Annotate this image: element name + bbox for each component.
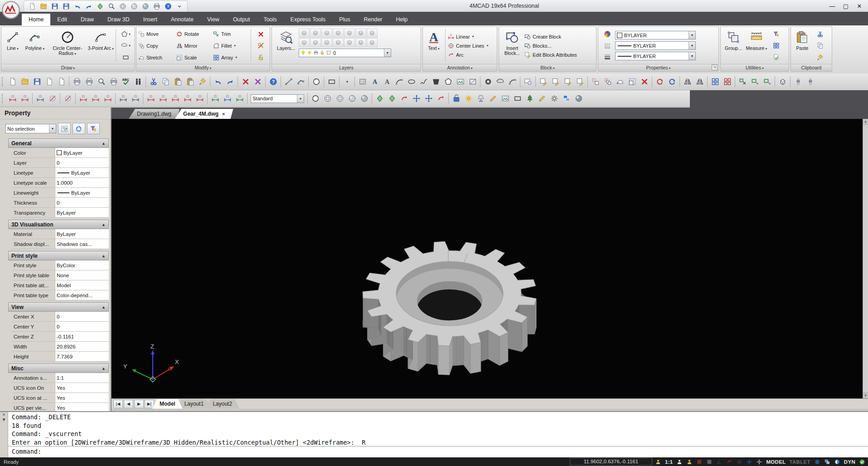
text-single-button[interactable]: A (381, 75, 393, 88)
4m-logo-icon[interactable] (1, 0, 20, 21)
dim-reassociate-button[interactable] (157, 92, 169, 105)
rectangle-button[interactable] (119, 52, 132, 62)
layer-previous-button[interactable] (321, 29, 332, 38)
render-wire-button[interactable] (117, 1, 128, 11)
region-button[interactable] (466, 75, 479, 88)
section-header-misc[interactable]: Misc▲ (8, 363, 109, 373)
coordinates-display[interactable]: 11.9602,0.6376,-0.1161 (570, 458, 652, 466)
donut-button[interactable] (482, 75, 494, 88)
dynamic-input-toggle[interactable]: DYN (843, 459, 856, 465)
quick-properties-button[interactable] (833, 458, 841, 466)
layer-walk-button[interactable] (310, 38, 321, 47)
unlock-button[interactable] (254, 52, 267, 62)
help-button[interactable]: ? (267, 75, 279, 88)
property-value[interactable]: 1.0000 (55, 178, 109, 187)
doc-tab-drawing1-dwg[interactable]: Drawing1.dwg (129, 109, 179, 119)
render-button[interactable] (450, 92, 462, 105)
menu-tab-express-tools[interactable]: Express Tools (284, 14, 333, 25)
snap-grid-button[interactable] (695, 458, 703, 466)
select-objects-button[interactable] (58, 123, 71, 134)
property-value[interactable]: Model (55, 280, 109, 290)
find-button[interactable] (132, 75, 144, 88)
annotation-visibility-button[interactable] (675, 458, 684, 466)
erase-button[interactable] (638, 75, 650, 88)
text-button[interactable]: A Text (424, 28, 443, 64)
page-setup-button[interactable] (107, 75, 120, 88)
object-track-button[interactable] (745, 458, 753, 466)
section-header-print-style[interactable]: Print style▲ (8, 251, 109, 260)
format-painter-button[interactable] (196, 75, 209, 88)
scale-button[interactable]: Scale (176, 53, 211, 63)
close-icon[interactable]: × (222, 111, 225, 117)
menu-tab-annotate[interactable]: Annotate (164, 14, 200, 25)
box-3d-button[interactable] (776, 75, 789, 88)
dim-text-angle-button[interactable] (221, 92, 233, 105)
menu-tab-edit[interactable]: Edit (50, 14, 74, 25)
crosshair-button[interactable] (755, 458, 763, 466)
spell-check-button[interactable]: ABC (120, 75, 132, 88)
cut-button[interactable] (147, 75, 160, 88)
light-sun-button[interactable] (462, 92, 475, 105)
trim-button[interactable]: Trim (213, 29, 249, 39)
viewport-canvas[interactable]: Z X Y (112, 119, 863, 398)
blocks--button[interactable]: Blocks... (524, 42, 595, 49)
close-button[interactable]: ✕ (853, 1, 866, 11)
layer-states-button[interactable] (310, 29, 321, 38)
scale-button[interactable] (626, 75, 638, 88)
layout-tab-model[interactable]: Model (152, 399, 183, 409)
layers-button[interactable]: Layers... (273, 28, 299, 64)
layer-freeze-button[interactable] (355, 29, 366, 38)
property-value[interactable]: ByLayer (55, 148, 109, 157)
object-snap-button[interactable] (735, 458, 743, 466)
property-value[interactable]: Color-depend... (55, 290, 109, 300)
paste-button[interactable]: Paste (792, 28, 812, 64)
property-value[interactable]: 0 (55, 198, 109, 207)
view-control-button[interactable] (804, 75, 816, 88)
image-button[interactable] (454, 75, 466, 88)
polygon-button[interactable] (442, 75, 454, 88)
spline-button[interactable] (417, 75, 430, 88)
rotate-button[interactable]: Rotate (176, 29, 211, 39)
menu-tab-home[interactable]: Home (22, 14, 50, 25)
mirror-button[interactable]: Mirror (176, 41, 211, 51)
block-attributes-button[interactable] (549, 75, 562, 88)
view-toggle-button[interactable] (95, 1, 105, 11)
dim-linear-button[interactable] (6, 92, 19, 105)
property-value[interactable]: 7.7369 (55, 352, 109, 361)
stretch-button[interactable] (614, 75, 626, 88)
filter-button[interactable] (769, 29, 783, 39)
save-button[interactable] (31, 75, 43, 88)
dim-baseline-button[interactable] (77, 92, 89, 105)
last-tab-button[interactable]: ▶| (145, 400, 154, 408)
sketch-button[interactable] (536, 92, 548, 105)
dim-oblique-button[interactable] (34, 92, 46, 105)
polyline-button[interactable]: Polyline (23, 28, 47, 64)
menu-tab-view[interactable]: View (200, 14, 226, 25)
dim-adjust-button[interactable] (129, 92, 141, 105)
property-value[interactable]: 0 (55, 312, 109, 321)
redo-button[interactable] (224, 75, 236, 88)
chevron-down-icon[interactable]: ▼ (384, 49, 391, 57)
property-value[interactable]: Shadows cas... (55, 239, 109, 249)
orbit-constrained-button[interactable] (435, 92, 447, 105)
menu-tab-tools[interactable]: Tools (257, 14, 283, 25)
layer-delete-button[interactable] (367, 38, 378, 47)
menu-tab-help[interactable]: Help (389, 14, 415, 25)
property-value[interactable]: Yes (55, 393, 109, 402)
edit-block-attributes-button[interactable]: Edit Block Attributes (524, 51, 595, 59)
utilities-panel-label[interactable]: Utilities (721, 64, 789, 71)
save-button[interactable] (49, 1, 60, 11)
array-rectangular-button[interactable] (709, 75, 721, 88)
print-plot-button[interactable] (83, 75, 95, 88)
move-button[interactable] (589, 75, 601, 88)
export-layout-button[interactable] (43, 75, 55, 88)
ellipse-button[interactable] (405, 75, 417, 88)
dim-precision-button[interactable] (233, 92, 246, 105)
print-preview-button[interactable] (95, 75, 107, 88)
linetype-icon[interactable] (601, 41, 614, 51)
layout-tab-layout2[interactable]: Layout2 (205, 399, 239, 409)
workspace-switch-button[interactable] (823, 458, 831, 466)
first-tab-button[interactable]: |◀ (113, 400, 123, 408)
selection-dropdown[interactable]: No selection ▼ (5, 124, 56, 133)
chevron-down-icon[interactable]: ▼ (297, 95, 304, 103)
